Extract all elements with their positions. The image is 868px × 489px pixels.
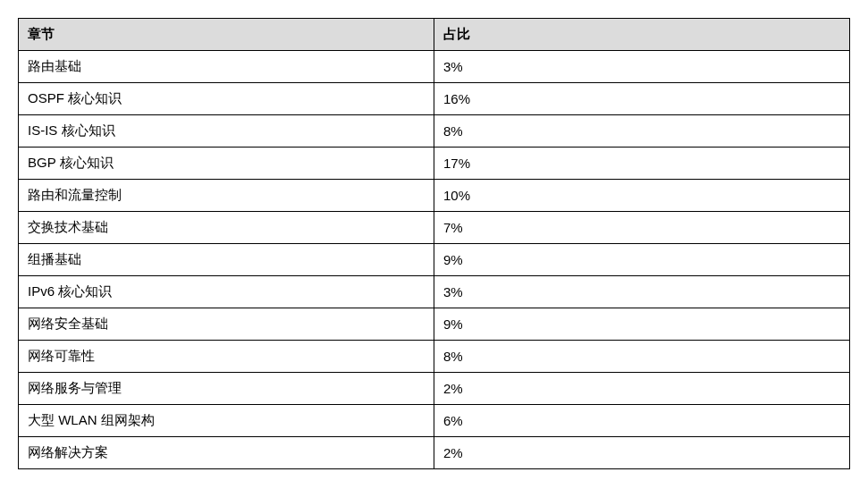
cell-ratio: 2% (434, 373, 850, 405)
cell-chapter: IS-IS 核心知识 (19, 115, 434, 148)
table-row: 交换技术基础 7% (19, 212, 850, 244)
cell-chapter: 网络可靠性 (19, 341, 434, 373)
table-row: 网络服务与管理 2% (19, 373, 850, 405)
table-header-row: 章节 占比 (19, 19, 850, 51)
cell-ratio: 16% (434, 83, 850, 115)
cell-chapter: 大型 WLAN 组网架构 (19, 405, 434, 437)
table-container: 章节 占比 路由基础 3% OSPF 核心知识 16% IS-IS 核心知识 8… (18, 18, 850, 469)
cell-chapter: 交换技术基础 (19, 212, 434, 244)
table-body: 路由基础 3% OSPF 核心知识 16% IS-IS 核心知识 8% BGP … (19, 51, 850, 469)
cell-chapter: IPv6 核心知识 (19, 276, 434, 308)
header-chapter: 章节 (19, 19, 434, 51)
table-row: 网络可靠性 8% (19, 341, 850, 373)
cell-chapter: 路由基础 (19, 51, 434, 83)
cell-chapter: 网络服务与管理 (19, 373, 434, 405)
table-row: 组播基础 9% (19, 244, 850, 276)
cell-chapter: 路由和流量控制 (19, 180, 434, 212)
cell-chapter: 网络解决方案 (19, 437, 434, 469)
cell-ratio: 7% (434, 212, 850, 244)
table-row: IPv6 核心知识 3% (19, 276, 850, 308)
content-table: 章节 占比 路由基础 3% OSPF 核心知识 16% IS-IS 核心知识 8… (18, 18, 850, 469)
cell-chapter: 网络安全基础 (19, 308, 434, 341)
table-row: BGP 核心知识 17% (19, 148, 850, 180)
cell-ratio: 2% (434, 437, 850, 469)
cell-chapter: BGP 核心知识 (19, 148, 434, 180)
table-row: 网络解决方案 2% (19, 437, 850, 469)
table-row: 网络安全基础 9% (19, 308, 850, 341)
table-row: 路由基础 3% (19, 51, 850, 83)
cell-chapter: 组播基础 (19, 244, 434, 276)
table-row: 路由和流量控制 10% (19, 180, 850, 212)
cell-ratio: 8% (434, 115, 850, 148)
cell-ratio: 6% (434, 405, 850, 437)
table-row: 大型 WLAN 组网架构 6% (19, 405, 850, 437)
cell-ratio: 9% (434, 308, 850, 341)
table-row: IS-IS 核心知识 8% (19, 115, 850, 148)
cell-ratio: 3% (434, 51, 850, 83)
cell-ratio: 3% (434, 276, 850, 308)
cell-ratio: 9% (434, 244, 850, 276)
header-ratio: 占比 (434, 19, 850, 51)
cell-ratio: 8% (434, 341, 850, 373)
cell-chapter: OSPF 核心知识 (19, 83, 434, 115)
table-row: OSPF 核心知识 16% (19, 83, 850, 115)
cell-ratio: 10% (434, 180, 850, 212)
cell-ratio: 17% (434, 148, 850, 180)
